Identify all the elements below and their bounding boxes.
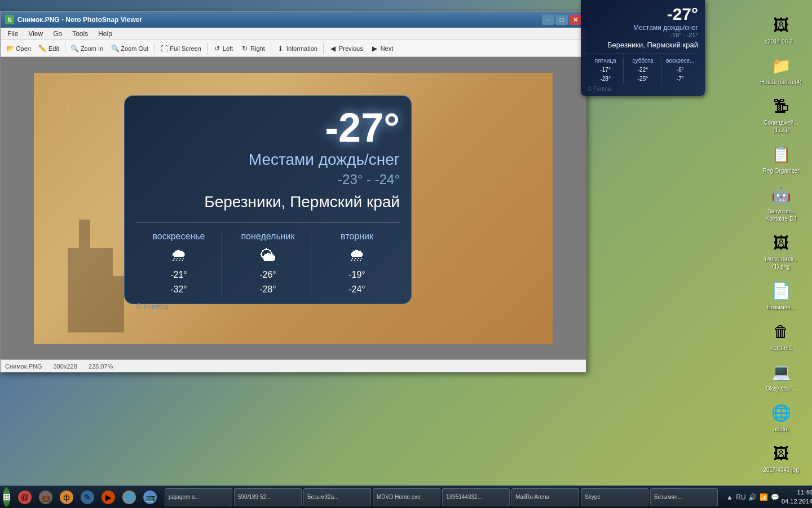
rotate-left-button[interactable]: ↺ Left — [210, 42, 236, 55]
open-button[interactable]: 📂 Open — [3, 42, 34, 55]
taskbar-app-1[interactable]: pajagem s... — [165, 488, 232, 506]
taskbar-icon-3[interactable]: ф — [58, 488, 76, 506]
desktop-icon-label-2: Новая папка (4) — [760, 78, 801, 86]
weather-widget-main: -27° Местами дождь/снег -23° - -24° Бере… — [124, 95, 412, 304]
rotate-right-icon: ↻ — [241, 45, 249, 52]
desktop-icon-img-9: 💻 — [770, 361, 792, 383]
desktop-icon-label-1: c2014 06 2... — [765, 38, 797, 45]
forecast-day-1: воскресенье 🌨 -21°-32° — [136, 231, 222, 296]
forecast-day-3: вторник 🌨 -19°-24° — [314, 231, 400, 296]
desktop-icon-2[interactable]: 📁 Новая папка (4) — [756, 52, 806, 88]
close-button[interactable]: ✕ — [569, 15, 581, 25]
popup-temperature: -27° — [588, 5, 698, 24]
rotate-right-button[interactable]: ↻ Right — [237, 42, 268, 55]
desktop-icon-img-6: 🖼 — [770, 231, 792, 254]
taskbar-app-4[interactable]: MDVD Home.exe — [373, 488, 440, 506]
desktop-icon-8[interactable]: 🗑 Корзина — [756, 318, 806, 354]
next-button[interactable]: ▶ Next — [368, 42, 397, 55]
icon-img-4: ✎ — [81, 491, 94, 504]
zoom-out-button[interactable]: 🔍 Zoom Out — [108, 42, 152, 55]
icon-img-6: 🌐 — [122, 491, 136, 504]
tray-language[interactable]: RU — [736, 493, 745, 502]
taskbar-icon-5[interactable]: ▶ — [99, 488, 117, 506]
taskbar-icon-4[interactable]: ✎ — [78, 488, 96, 506]
tray-network[interactable]: 📶 — [759, 493, 768, 502]
toolbar-separator-5 — [323, 43, 324, 54]
icon-img-7: 📺 — [143, 491, 157, 504]
desktop-icon-6[interactable]: 🖼 140601903l... (1).png — [756, 229, 806, 273]
full-screen-icon: ⛶ — [160, 45, 168, 52]
desktop-icon-1[interactable]: 🖼 c2014 06 2... — [756, 11, 806, 47]
taskbar: ⊞ @ 💼 ф ✎ ▶ 🌐 📺 — [0, 485, 812, 508]
icon-img-5: ▶ — [102, 491, 115, 504]
main-window: N Снимок.PNG - Nero PhotoSnap Viewer ─ □… — [0, 11, 586, 373]
desktop-icon-label-8: Корзина — [770, 344, 792, 352]
desktop-icon-5[interactable]: 🤖 Запустить Kontakte-DJ — [756, 181, 806, 225]
menu-view[interactable]: View — [24, 29, 47, 39]
full-screen-button[interactable]: ⛶ Full Screen — [157, 42, 205, 55]
taskbar-app-5[interactable]: 1395144332... — [442, 488, 510, 506]
desktop-icon-img-2: 📁 — [770, 54, 792, 77]
menu-file[interactable]: File — [3, 29, 23, 39]
menu-help[interactable]: Help — [94, 29, 117, 39]
weather-description: Местами дождь/снег — [136, 151, 400, 169]
taskbar-icon-2[interactable]: 💼 — [37, 488, 55, 506]
edit-button[interactable]: ✏️ Edit — [36, 42, 63, 55]
desktop-icon-11[interactable]: 🖼 2017/4343.jpg — [756, 440, 806, 476]
popup-day-2: суббота -22°-25° — [625, 58, 661, 84]
taskbar-app-2[interactable]: 590/189 52... — [234, 488, 302, 506]
toolbar-separator-2 — [154, 43, 155, 54]
start-button[interactable]: ⊞ — [3, 487, 10, 507]
minimize-button[interactable]: ─ — [542, 15, 554, 25]
tray-icon-up[interactable]: ▲ — [725, 493, 734, 502]
desktop-icon-9[interactable]: 💻 Okay cpu-... — [756, 358, 806, 395]
icon-img-2: 💼 — [39, 491, 52, 504]
taskbar-icon-1[interactable]: @ — [16, 488, 34, 506]
desktop-icon-img-10: 🌐 — [770, 401, 792, 424]
taskbar-running-apps: pajagem s... 590/189 52... Безым32а... M… — [162, 488, 721, 506]
edit-icon: ✏️ — [39, 45, 47, 52]
popup-description: Местами дождь/снег — [588, 24, 698, 32]
information-button[interactable]: ℹ Information — [273, 42, 321, 55]
desktop-icon-4[interactable]: 📋 Reg Organizer — [756, 141, 806, 177]
desktop-icon-7[interactable]: 📄 Безымян... — [756, 277, 806, 313]
desktop-icon-label-11: 2017/4343.jpg — [763, 466, 798, 474]
taskbar-app-3[interactable]: Безым32а... — [303, 488, 371, 506]
image-preview: -27° Местами дождь/снег -23° - -24° Бере… — [34, 73, 553, 344]
taskbar-icon-6[interactable]: 🌐 — [120, 488, 138, 506]
tray-volume[interactable]: 🔊 — [748, 493, 757, 502]
desktop-icon-10[interactable]: 🌐 urlhtm — [756, 399, 806, 435]
desktop-icon-label-3: Солинджей... (1).zip — [758, 119, 804, 134]
desktop: -27° Местами дождь/снег -19° · -21° Бере… — [0, 0, 812, 508]
desktop-icon-label-4: Reg Organizer — [762, 167, 799, 174]
window-title: Снимок.PNG - Nero PhotoSnap Viewer — [17, 16, 142, 24]
taskbar-app-6[interactable]: MailRu Arena — [511, 488, 579, 506]
quick-launch: @ 💼 ф ✎ ▶ 🌐 📺 — [13, 488, 162, 506]
popup-day-3: воскресе... -6°-7° — [663, 58, 698, 84]
information-icon: ℹ — [277, 45, 285, 52]
icon-img-3: ф — [60, 491, 73, 504]
toolbar-separator-1 — [65, 43, 65, 54]
desktop-icon-img-5: 🤖 — [770, 183, 792, 206]
next-icon: ▶ — [371, 45, 379, 52]
window-menubar: File View Go Tools Help — [1, 28, 586, 40]
previous-button[interactable]: ◀ Previous — [326, 42, 367, 55]
desktop-icon-img-11: 🖼 — [770, 442, 792, 465]
zoom-in-button[interactable]: 🔍 Zoom In — [68, 42, 107, 55]
popup-range: -19° · -21° — [588, 32, 698, 38]
taskbar-app-7[interactable]: Skype — [581, 488, 648, 506]
popup-forecast: пятница -17°-28° суббота -22°-25° воскре… — [588, 54, 698, 84]
system-tray: ▲ RU 🔊 📶 💬 11:46 04.12.2014 — [721, 488, 812, 506]
tray-action-center[interactable]: 💬 — [770, 493, 779, 502]
weather-city: Березники, Пермский край — [136, 193, 400, 211]
desktop-icon-img-4: 📋 — [770, 143, 792, 165]
previous-icon: ◀ — [329, 45, 337, 52]
tray-clock[interactable]: 11:46 04.12.2014 — [782, 488, 812, 506]
menu-tools[interactable]: Tools — [68, 29, 92, 39]
desktop-icon-3[interactable]: 🗜 Солинджей... (1).zip — [756, 93, 806, 136]
taskbar-app-8[interactable]: Безымян... — [650, 488, 718, 506]
menu-go[interactable]: Go — [48, 29, 67, 39]
taskbar-icon-7[interactable]: 📺 — [141, 488, 159, 506]
maximize-button[interactable]: □ — [555, 15, 568, 25]
weather-popup: -27° Местами дождь/снег -19° · -21° Бере… — [581, 0, 705, 96]
